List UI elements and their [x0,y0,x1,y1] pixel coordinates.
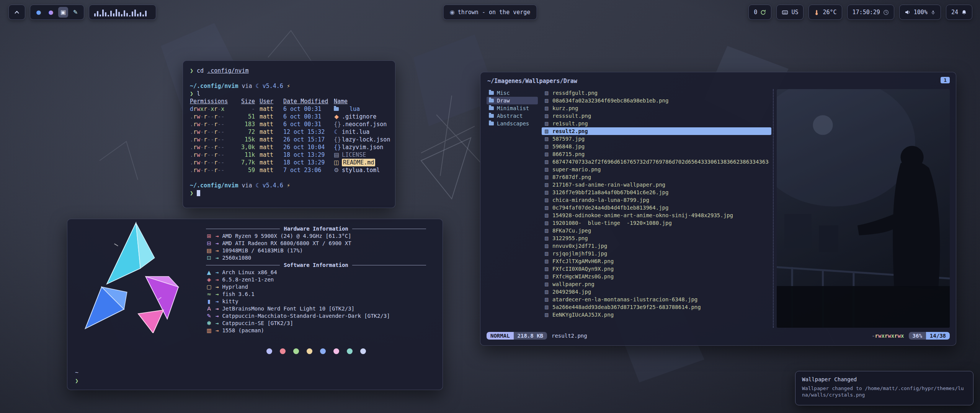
image-icon [544,151,549,157]
refresh-icon [760,10,766,15]
filetype-icon: ◆ [334,113,339,120]
image-icon [544,289,549,294]
permissions: drwxr-xr-x [190,105,233,113]
hardware-section-header: Hardware Information [206,225,426,233]
user: matt [260,120,279,128]
file-list-item[interactable]: 8FKa7Cu.jpeg [542,227,771,234]
microphone-icon [931,10,936,15]
list-position-badge: 14/38 [926,332,950,340]
file-list-item[interactable]: result2.png [542,127,771,135]
file-list-item[interactable]: 08a634fa02a32364f69ebc86a98eb1eb.png [542,97,771,104]
file-list-item[interactable]: FXfcII0X0AQyn9X.png [542,265,771,273]
file-name: .neoconf.json [342,120,387,128]
folder-name: Minimalist [497,105,529,111]
dock-item[interactable]: ● [34,7,44,18]
file-list-item[interactable]: FXfcHgcWIAMzs0G.png [542,273,771,280]
tab-badge[interactable]: 1 [941,77,950,83]
file-list-item[interactable]: 587597.jpg [542,135,771,143]
image-icon [544,190,549,195]
sidebar-folder[interactable]: Abstract [487,112,538,120]
date-modified: 6 oct 00:31 [283,105,329,113]
file-list-item[interactable]: FXfcJlTXgAMvH6R.png [542,257,771,265]
gpu-icon: ⊟ [206,240,212,247]
app-dock: ● ● ▣ ✎ [30,5,84,20]
updates-count: 0 [754,9,757,16]
file-name: 0c794faf07de24a4db4d4fb1eb813964.jpg [552,205,668,211]
listing-row: drwxr-xr-x - matt 6 oct 00:31 lua [190,105,388,113]
file-list-item[interactable]: re1sult.png [542,120,771,127]
file-list-item[interactable]: ressdfgult.png [542,89,771,97]
permissions: .rw-r--r-- [190,128,233,136]
info-text: AMD Ryzen 9 5900X (24) @ 4.9GHz [61.3°C] [222,233,351,240]
file-list-item[interactable]: nnvuv0xj2df71.jpg [542,242,771,250]
image-icon [544,304,549,310]
fetch-prompt[interactable]: ~ ❯ [75,368,78,385]
sidebar-folder[interactable]: Landscapes [487,120,538,127]
app-launcher-button[interactable] [8,5,25,20]
terminal-prompt-line[interactable]: ❯ [190,189,388,197]
file-list-item[interactable]: EeNKYgIUcAAJ5JX.png [542,311,771,319]
col-size: Size [237,98,255,105]
file-list-item[interactable]: kurz.png [542,104,771,112]
dock-item[interactable]: ● [46,7,56,18]
file-list-item[interactable]: 5a266e448add93deab367d87173e9f25-6837886… [542,303,771,311]
filesize-badge: 218.8 KB [514,332,547,340]
filetype-icon: {} [334,136,339,143]
notification-body: Wallpaper changed to /home/matt/.config/… [802,385,967,398]
file-list-item[interactable]: 87r687df.png [542,173,771,181]
file-list-item[interactable]: 3122955.png [542,234,771,242]
file-name: 87r687df.png [552,174,591,180]
fetch-info-block: Hardware Information ⊞ AMD Ryzen 9 5900X… [206,225,426,334]
keyboard-layout-module[interactable]: US [776,5,804,20]
visualizer-bar [100,15,101,16]
file-list-item[interactable]: rsjqojlmjhf91.jpg [542,250,771,257]
image-icon [544,182,549,187]
prompt-path: ~/.config/nvim [190,182,238,189]
file-name: super-mario.png [552,166,601,172]
updates-module[interactable]: 0 [748,5,771,20]
file-list-item[interactable]: 19201080-__blue-tinge__-1920×1080.jpg [542,219,771,227]
file-list-item[interactable]: wallpaper.png [542,280,771,288]
file-list-item[interactable]: super-mario.png [542,166,771,173]
sidebar-folder[interactable]: Misc [487,89,538,97]
user: matt [260,166,279,174]
file-list-item[interactable]: 3126f7e9bbf21a8a4af0b67b041c6e26.jpg [542,189,771,196]
music-widget[interactable]: thrown - on the verge [443,5,537,20]
dock-item[interactable]: ▣ [58,7,68,18]
prompt-icon: ❯ [190,90,193,97]
fetch-info-line: ▢ Hyprland [206,283,426,291]
visualizer-bar [102,10,104,16]
file-list-item[interactable]: 154928-odinokoe-anime-art-anime-okno-sin… [542,211,771,219]
file-list-item[interactable]: 68747470733a2f2f696d616765732d7769786d70… [542,158,771,166]
file-list-item[interactable]: 596848.jpg [542,143,771,150]
volume-module[interactable]: 100% [899,5,941,20]
notifications-module[interactable]: 24 [946,5,972,20]
file-list-item[interactable]: 0c794faf07de24a4db4d4fb1eb813964.jpg [542,204,771,211]
image-icon [544,167,549,172]
image-icon [544,236,549,241]
sidebar-folder[interactable]: Draw [487,97,538,104]
visualizer-bar [129,15,131,16]
file-list-item[interactable]: 217167-sad-anime-rain-wallpaper.png [542,181,771,189]
audio-visualizer[interactable] [89,5,156,20]
file-list-item[interactable]: atardecer-en-la-montanas-ilustracion-634… [542,296,771,303]
file-name: 866715.png [552,151,585,157]
color-dot [347,348,353,354]
file-list-item[interactable]: resssult.png [542,112,771,120]
notification-popup[interactable]: Wallpaper Changed Wallpaper changed to /… [795,371,973,405]
file-name: FXfcHgcWIAMzs0G.png [552,273,614,280]
statusbar-left-modules: ● ● ▣ ✎ [8,5,156,20]
file-list-item[interactable]: 20492984.jpg [542,288,771,296]
user: matt [260,143,279,151]
file-list-item[interactable]: chica-mirando-la-luna-8799.jpg [542,196,771,204]
date-modified: 6 oct 00:31 [283,120,329,128]
temperature-module[interactable]: 26°C [808,5,842,20]
theme-icon: ✎ [206,312,212,320]
size: 3,0k [237,143,255,151]
size: 7,7k [237,159,255,166]
sidebar-folder[interactable]: Minimalist [487,104,538,112]
dock-item[interactable]: ✎ [70,7,80,18]
file-list-item[interactable]: 866715.png [542,150,771,158]
clock-module[interactable]: 17:50:29 [847,5,894,20]
file-name: 8FKa7Cu.jpeg [552,228,591,234]
